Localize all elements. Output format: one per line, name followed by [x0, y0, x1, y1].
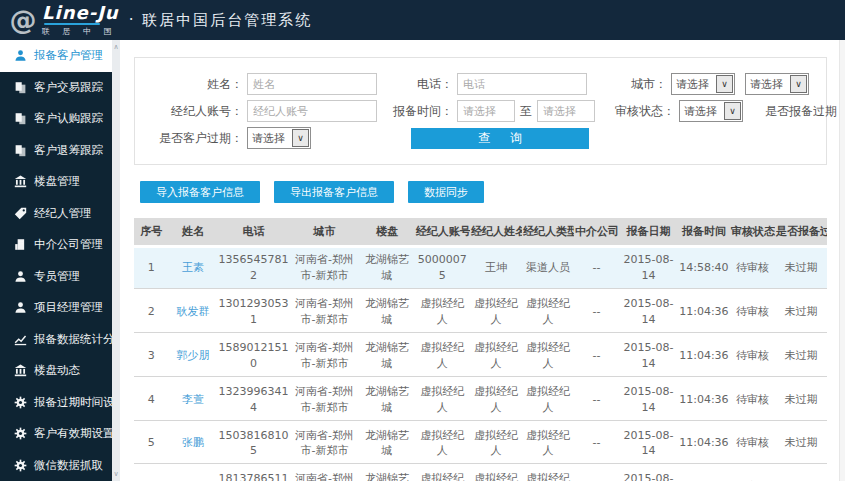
- customer-name-link[interactable]: 张鹏: [182, 436, 204, 449]
- city-province-select[interactable]: 请选择 ∨: [671, 73, 735, 95]
- table-cell: 虚拟经纪人: [415, 292, 470, 333]
- column-header: 序号: [134, 218, 169, 245]
- sidebar-item[interactable]: 报备客户管理: [0, 40, 112, 72]
- table-cell: 2015-08-14: [619, 248, 678, 289]
- main-content: 姓名： 电话： 城市： 请选择 ∨ 请选择 ∨: [120, 40, 845, 481]
- table-cell: 11:04:36: [678, 467, 730, 481]
- audit-status-label: 审核状态：: [595, 103, 679, 120]
- sidebar-item[interactable]: 楼盘管理: [0, 166, 112, 198]
- data-sync-button[interactable]: 数据同步: [408, 181, 484, 203]
- customer-expired-label: 是否客户过期：: [135, 130, 247, 147]
- customer-expired-select[interactable]: 请选择 ∨: [247, 127, 311, 149]
- sidebar-item[interactable]: 客户退筹跟踪: [0, 135, 112, 167]
- table-cell: 龙湖锦艺城: [359, 424, 414, 465]
- city-city-select[interactable]: 请选择 ∨: [745, 73, 809, 95]
- table-cell: 未过期: [775, 380, 827, 421]
- sidebar-item[interactable]: 报备数据统计分析: [0, 324, 112, 356]
- table-cell: --: [574, 248, 619, 289]
- table-cell: 河南省-郑州市-新郑市: [290, 424, 359, 465]
- table-cell: 未过期: [775, 424, 827, 465]
- sidebar-item[interactable]: 中介公司管理: [0, 229, 112, 261]
- chevron-up-icon[interactable]: ∧: [112, 42, 120, 52]
- customer-name-link[interactable]: 耿发群: [176, 305, 209, 318]
- sidebar-item[interactable]: 客户交易跟踪: [0, 72, 112, 104]
- city-city-value: 请选择: [746, 77, 789, 92]
- customer-name-link[interactable]: 郭少朋: [176, 349, 209, 362]
- sidebar-item[interactable]: 专员管理: [0, 261, 112, 293]
- table-cell: 未过期: [775, 336, 827, 377]
- table-cell: 虚拟经纪人: [470, 424, 522, 465]
- export-report-customers-button[interactable]: 导出报备客户信息: [274, 181, 394, 203]
- files-icon: [13, 112, 27, 126]
- sidebar-item[interactable]: 客户认购跟踪: [0, 103, 112, 135]
- table-cell: --: [574, 336, 619, 377]
- chevron-down-icon: ∨: [790, 75, 807, 93]
- logo-at-icon: @: [6, 3, 40, 37]
- table-cell: 龙湖锦艺城: [359, 248, 414, 289]
- import-report-customers-button[interactable]: 导入报备客户信息: [140, 181, 260, 203]
- phone-input[interactable]: [457, 73, 587, 95]
- table-row: 5张鹏15038168105河南省-郑州市-新郑市龙湖锦艺城虚拟经纪人虚拟经纪人…: [134, 424, 827, 465]
- sidebar-item[interactable]: 报备过期时间设置: [0, 387, 112, 419]
- table-cell: 龙湖锦艺城: [359, 467, 414, 481]
- sidebar-menu: 报备客户管理客户交易跟踪客户认购跟踪客户退筹跟踪楼盘管理经纪人管理中介公司管理专…: [0, 40, 112, 481]
- sidebar-item-label: 报备客户管理: [34, 48, 103, 63]
- table-cell: 张兵: [169, 467, 218, 481]
- agent-account-label: 经纪人账号：: [135, 103, 247, 120]
- report-time-to-input[interactable]: [537, 100, 595, 122]
- table-cell: --: [574, 467, 619, 481]
- column-header: 楼盘: [359, 218, 414, 245]
- column-header: 报备日期: [619, 218, 678, 245]
- page-scrollbar[interactable]: [839, 40, 845, 481]
- customer-name-link[interactable]: 李萱: [182, 393, 204, 406]
- table-cell: 虚拟经纪人: [522, 292, 574, 333]
- table-cell: 4: [134, 380, 169, 421]
- name-input[interactable]: [247, 73, 377, 95]
- table-cell: 河南省-郑州市-新郑市: [290, 380, 359, 421]
- table-cell: 待审核: [730, 380, 775, 421]
- files-icon: [13, 143, 27, 157]
- table-cell: 11:04:36: [678, 292, 730, 333]
- table-cell: 虚拟经纪人: [470, 292, 522, 333]
- sidebar-item[interactable]: 楼盘动态: [0, 355, 112, 387]
- sidebar-item-label: 客户认购跟踪: [34, 111, 103, 126]
- query-button[interactable]: 查 询: [411, 128, 589, 149]
- table-cell: 虚拟经纪人: [415, 467, 470, 481]
- table-cell: 虚拟经纪人: [415, 336, 470, 377]
- chevron-down-icon: ∨: [716, 75, 733, 93]
- sidebar-item[interactable]: 微信数据抓取: [0, 450, 112, 481]
- table-cell: 耿发群: [169, 292, 218, 333]
- sidebar-scrollbar[interactable]: ∧ ∨: [112, 40, 120, 481]
- report-customer-table: 序号姓名电话城市楼盘经纪人账号经纪人姓名经纪人类型中介公司报备日期报备时间审核状…: [134, 215, 827, 481]
- action-bar: 导入报备客户信息 导出报备客户信息 数据同步: [140, 181, 845, 203]
- sidebar-item-label: 专员管理: [34, 269, 80, 284]
- gear-icon: [13, 427, 27, 441]
- table-cell: 15890121510: [217, 336, 290, 377]
- tag-icon: [13, 206, 27, 220]
- sidebar-item[interactable]: 客户有效期设置: [0, 418, 112, 450]
- table-cell: 虚拟经纪人: [470, 336, 522, 377]
- column-header: 中介公司: [574, 218, 619, 245]
- table-cell: 11:04:36: [678, 336, 730, 377]
- agent-account-input[interactable]: [247, 100, 377, 122]
- report-time-from-input[interactable]: [457, 100, 515, 122]
- sidebar-item[interactable]: 经纪人管理: [0, 198, 112, 230]
- table-cell: 2: [134, 292, 169, 333]
- sidebar-item[interactable]: 项目经理管理: [0, 292, 112, 324]
- table-cell: 渠道人员: [522, 248, 574, 289]
- table-cell: 河南省-郑州市-新郑市: [290, 467, 359, 481]
- table-cell: 李萱: [169, 380, 218, 421]
- table-cell: 河南省-郑州市-新郑市: [290, 336, 359, 377]
- customer-name-link[interactable]: 王素: [182, 261, 204, 274]
- column-header: 审核状态: [730, 218, 775, 245]
- table-cell: 河南省-郑州市-新郑市: [290, 248, 359, 289]
- column-header: 电话: [217, 218, 290, 245]
- table-header-row: 序号姓名电话城市楼盘经纪人账号经纪人姓名经纪人类型中介公司报备日期报备时间审核状…: [134, 218, 827, 245]
- page-title: · 联居中国后台管理系统: [129, 11, 313, 30]
- table-cell: 2015-08-14: [619, 292, 678, 333]
- sidebar-item-label: 微信数据抓取: [34, 458, 103, 473]
- bank-icon: [13, 175, 27, 189]
- audit-status-select[interactable]: 请选择 ∨: [679, 100, 743, 122]
- table-cell: 待审核: [730, 467, 775, 481]
- chevron-down-icon[interactable]: ∨: [112, 469, 120, 479]
